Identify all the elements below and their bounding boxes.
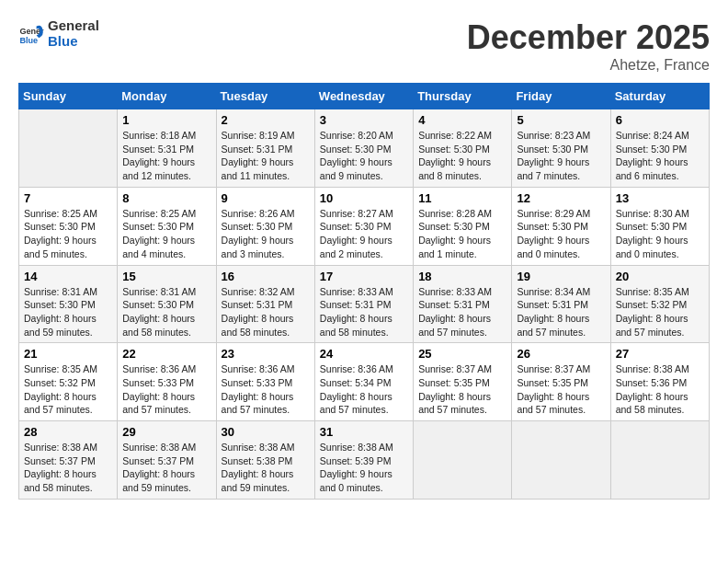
- day-number: 19: [517, 270, 605, 283]
- day-number: 6: [616, 113, 704, 127]
- calendar-cell: 16Sunrise: 8:32 AMSunset: 5:31 PMDayligh…: [216, 265, 314, 343]
- day-number: 25: [418, 347, 506, 361]
- day-number: 21: [24, 347, 112, 361]
- cell-info: Sunrise: 8:23 AMSunset: 5:30 PMDaylight:…: [517, 129, 605, 183]
- calendar-cell: [19, 109, 118, 188]
- cell-info: Sunrise: 8:31 AMSunset: 5:30 PMDaylight:…: [24, 285, 112, 339]
- calendar-cell: 9Sunrise: 8:26 AMSunset: 5:30 PMDaylight…: [216, 187, 314, 265]
- cell-info: Sunrise: 8:25 AMSunset: 5:30 PMDaylight:…: [122, 207, 210, 261]
- day-number: 12: [517, 191, 605, 205]
- page-header: General Blue General Blue December 2025 …: [18, 18, 710, 74]
- day-number: 29: [122, 425, 210, 439]
- day-number: 10: [320, 191, 408, 205]
- calendar-cell: 14Sunrise: 8:31 AMSunset: 5:30 PMDayligh…: [19, 265, 118, 343]
- cell-info: Sunrise: 8:36 AMSunset: 5:33 PMDaylight:…: [222, 362, 310, 417]
- cell-info: Sunrise: 8:31 AMSunset: 5:30 PMDaylight:…: [122, 285, 210, 339]
- calendar-cell: 30Sunrise: 8:38 AMSunset: 5:38 PMDayligh…: [216, 421, 314, 500]
- svg-text:Blue: Blue: [19, 35, 38, 44]
- cell-info: Sunrise: 8:38 AMSunset: 5:39 PMDaylight:…: [320, 441, 408, 495]
- day-number: 2: [222, 113, 310, 127]
- day-number: 7: [24, 191, 112, 205]
- day-number: 26: [517, 347, 605, 361]
- cell-info: Sunrise: 8:38 AMSunset: 5:38 PMDaylight:…: [222, 441, 310, 495]
- cell-info: Sunrise: 8:37 AMSunset: 5:35 PMDaylight:…: [517, 362, 605, 417]
- day-number: 28: [24, 425, 112, 439]
- calendar-cell: 25Sunrise: 8:37 AMSunset: 5:35 PMDayligh…: [414, 343, 512, 421]
- calendar-cell: 17Sunrise: 8:33 AMSunset: 5:31 PMDayligh…: [314, 265, 413, 343]
- cell-info: Sunrise: 8:38 AMSunset: 5:36 PMDaylight:…: [616, 362, 704, 417]
- calendar-cell: 4Sunrise: 8:22 AMSunset: 5:30 PMDaylight…: [414, 109, 512, 188]
- calendar-cell: 18Sunrise: 8:33 AMSunset: 5:31 PMDayligh…: [414, 265, 512, 343]
- calendar-cell: 23Sunrise: 8:36 AMSunset: 5:33 PMDayligh…: [216, 343, 314, 421]
- day-number: 24: [320, 347, 408, 361]
- cell-info: Sunrise: 8:25 AMSunset: 5:30 PMDaylight:…: [24, 207, 112, 261]
- calendar-cell: 6Sunrise: 8:24 AMSunset: 5:30 PMDaylight…: [610, 109, 709, 188]
- cell-info: Sunrise: 8:32 AMSunset: 5:31 PMDaylight:…: [222, 285, 310, 339]
- cell-info: Sunrise: 8:18 AMSunset: 5:31 PMDaylight:…: [122, 129, 210, 183]
- day-number: 22: [122, 347, 210, 361]
- calendar-cell: 20Sunrise: 8:35 AMSunset: 5:32 PMDayligh…: [610, 265, 709, 343]
- col-header-thursday: Thursday: [414, 84, 512, 109]
- calendar-cell: 15Sunrise: 8:31 AMSunset: 5:30 PMDayligh…: [118, 265, 216, 343]
- calendar-cell: 21Sunrise: 8:35 AMSunset: 5:32 PMDayligh…: [19, 343, 118, 421]
- col-header-saturday: Saturday: [610, 84, 709, 109]
- calendar-cell: 26Sunrise: 8:37 AMSunset: 5:35 PMDayligh…: [512, 343, 610, 421]
- cell-info: Sunrise: 8:37 AMSunset: 5:35 PMDaylight:…: [418, 362, 506, 417]
- day-number: 16: [222, 270, 310, 283]
- day-number: 18: [418, 270, 506, 283]
- day-number: 8: [122, 191, 210, 205]
- calendar-header: SundayMondayTuesdayWednesdayThursdayFrid…: [19, 84, 710, 109]
- calendar-cell: 10Sunrise: 8:27 AMSunset: 5:30 PMDayligh…: [314, 187, 413, 265]
- cell-info: Sunrise: 8:34 AMSunset: 5:31 PMDaylight:…: [517, 285, 605, 339]
- col-header-tuesday: Tuesday: [216, 84, 314, 109]
- calendar-cell: [414, 421, 512, 500]
- cell-info: Sunrise: 8:35 AMSunset: 5:32 PMDaylight:…: [24, 362, 112, 417]
- day-number: 14: [24, 270, 112, 283]
- day-number: 9: [222, 191, 310, 205]
- cell-info: Sunrise: 8:33 AMSunset: 5:31 PMDaylight:…: [418, 285, 506, 339]
- calendar-cell: 8Sunrise: 8:25 AMSunset: 5:30 PMDaylight…: [118, 187, 216, 265]
- title-block: December 2025 Ahetze, France: [467, 18, 710, 74]
- cell-info: Sunrise: 8:19 AMSunset: 5:31 PMDaylight:…: [222, 129, 310, 183]
- calendar-cell: 27Sunrise: 8:38 AMSunset: 5:36 PMDayligh…: [610, 343, 709, 421]
- cell-info: Sunrise: 8:29 AMSunset: 5:30 PMDaylight:…: [517, 207, 605, 261]
- cell-info: Sunrise: 8:36 AMSunset: 5:33 PMDaylight:…: [122, 362, 210, 417]
- day-number: 13: [616, 191, 704, 205]
- calendar-cell: 1Sunrise: 8:18 AMSunset: 5:31 PMDaylight…: [118, 109, 216, 188]
- cell-info: Sunrise: 8:38 AMSunset: 5:37 PMDaylight:…: [24, 441, 112, 495]
- col-header-friday: Friday: [512, 84, 610, 109]
- calendar-cell: 19Sunrise: 8:34 AMSunset: 5:31 PMDayligh…: [512, 265, 610, 343]
- col-header-sunday: Sunday: [19, 84, 118, 109]
- logo-general: General: [48, 17, 99, 33]
- day-number: 20: [616, 270, 704, 283]
- calendar-cell: 22Sunrise: 8:36 AMSunset: 5:33 PMDayligh…: [118, 343, 216, 421]
- logo: General Blue General Blue: [18, 18, 99, 49]
- cell-info: Sunrise: 8:24 AMSunset: 5:30 PMDaylight:…: [616, 129, 704, 183]
- calendar-cell: 11Sunrise: 8:28 AMSunset: 5:30 PMDayligh…: [414, 187, 512, 265]
- day-number: 23: [222, 347, 310, 361]
- day-number: 3: [320, 113, 408, 127]
- calendar-cell: 12Sunrise: 8:29 AMSunset: 5:30 PMDayligh…: [512, 187, 610, 265]
- cell-info: Sunrise: 8:36 AMSunset: 5:34 PMDaylight:…: [320, 362, 408, 417]
- col-header-wednesday: Wednesday: [314, 84, 413, 109]
- calendar-cell: [610, 421, 709, 500]
- calendar-cell: 28Sunrise: 8:38 AMSunset: 5:37 PMDayligh…: [19, 421, 118, 500]
- logo-blue: Blue: [48, 34, 99, 50]
- month-title: December 2025: [467, 18, 710, 57]
- logo-icon: General Blue: [18, 21, 44, 47]
- cell-info: Sunrise: 8:26 AMSunset: 5:30 PMDaylight:…: [222, 207, 310, 261]
- day-number: 27: [616, 347, 704, 361]
- cell-info: Sunrise: 8:30 AMSunset: 5:30 PMDaylight:…: [616, 207, 704, 261]
- day-number: 1: [122, 113, 210, 127]
- calendar-cell: 5Sunrise: 8:23 AMSunset: 5:30 PMDaylight…: [512, 109, 610, 188]
- cell-info: Sunrise: 8:20 AMSunset: 5:30 PMDaylight:…: [320, 129, 408, 183]
- col-header-monday: Monday: [118, 84, 216, 109]
- day-number: 17: [320, 270, 408, 283]
- cell-info: Sunrise: 8:35 AMSunset: 5:32 PMDaylight:…: [616, 285, 704, 339]
- calendar-table: SundayMondayTuesdayWednesdayThursdayFrid…: [18, 83, 710, 500]
- calendar-cell: 31Sunrise: 8:38 AMSunset: 5:39 PMDayligh…: [314, 421, 413, 500]
- day-number: 15: [122, 270, 210, 283]
- day-number: 30: [222, 425, 310, 439]
- day-number: 5: [517, 113, 605, 127]
- calendar-cell: 29Sunrise: 8:38 AMSunset: 5:37 PMDayligh…: [118, 421, 216, 500]
